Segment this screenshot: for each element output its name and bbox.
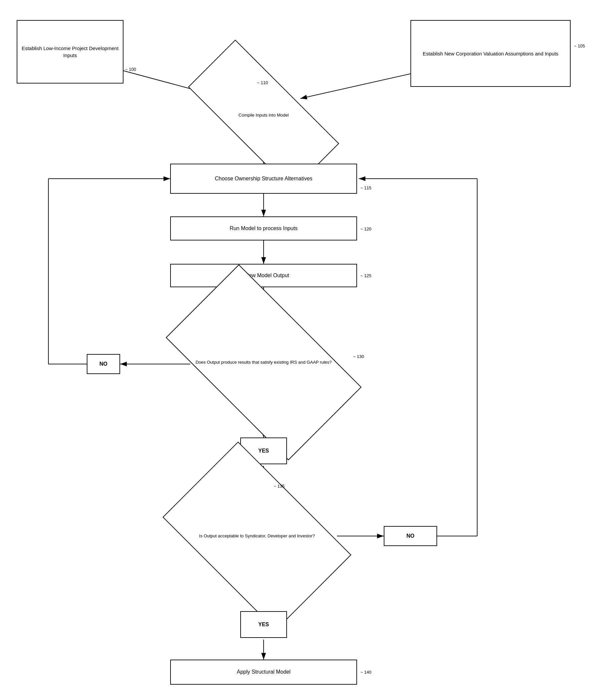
compile-inputs-diamond: Compile Inputs into Model <box>190 82 337 149</box>
review-model-box: Review Model Output <box>170 264 357 287</box>
does-output-diamond: Does Output produce results that satisfy… <box>177 311 350 414</box>
ref-130: ~ 130 <box>353 354 364 359</box>
is-output-acceptable-diamond: Is Output acceptable to Syndicator, Deve… <box>177 483 337 589</box>
yes-box-2: YES <box>240 611 287 638</box>
ref-100: ~ 100 <box>125 67 136 72</box>
ref-105: ~ 105 <box>574 43 585 48</box>
ref-140: ~ 140 <box>360 670 371 675</box>
establish-new-corp-box: Establish New Corporation Valuation Assu… <box>411 20 571 87</box>
no-box-right: NO <box>384 526 437 546</box>
apply-structural-box: Apply Structural Model <box>170 659 357 685</box>
establish-low-income-box: Establish Low-Income Project Development… <box>17 20 124 84</box>
ref-120: ~ 120 <box>360 227 371 231</box>
run-model-box: Run Model to process Inputs <box>170 216 357 240</box>
ref-115: ~ 115 <box>360 185 371 190</box>
ref-125: ~ 125 <box>360 273 371 278</box>
choose-ownership-box: Choose Ownership Structure Alternatives <box>170 164 357 194</box>
no-box-left: NO <box>87 354 120 374</box>
flowchart-diagram: Establish Low-Income Project Development… <box>0 0 616 692</box>
